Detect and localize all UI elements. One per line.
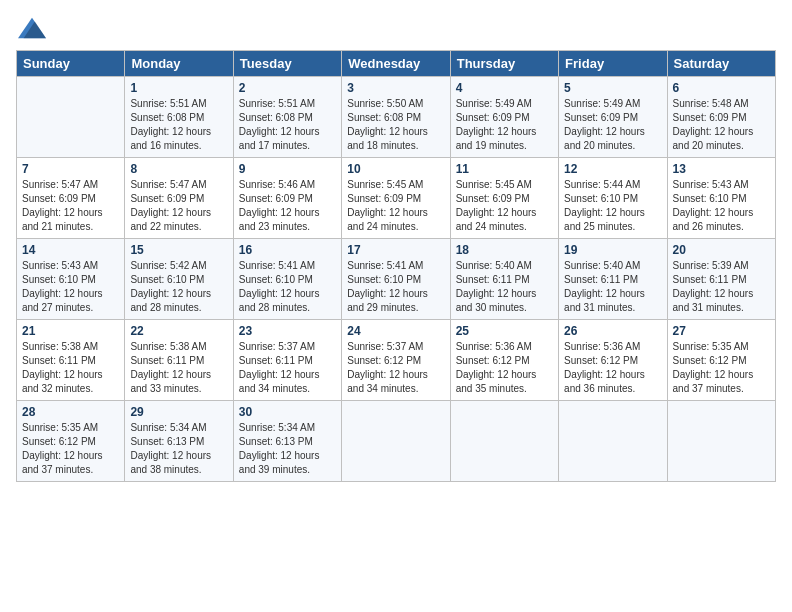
calendar-cell: 27Sunrise: 5:35 AMSunset: 6:12 PMDayligh… xyxy=(667,320,775,401)
calendar-cell: 19Sunrise: 5:40 AMSunset: 6:11 PMDayligh… xyxy=(559,239,667,320)
day-number: 22 xyxy=(130,324,227,338)
day-info: Sunrise: 5:43 AMSunset: 6:10 PMDaylight:… xyxy=(22,259,119,315)
calendar-cell xyxy=(559,401,667,482)
day-number: 11 xyxy=(456,162,553,176)
calendar-week-row: 28Sunrise: 5:35 AMSunset: 6:12 PMDayligh… xyxy=(17,401,776,482)
day-info: Sunrise: 5:45 AMSunset: 6:09 PMDaylight:… xyxy=(347,178,444,234)
weekday-header-tuesday: Tuesday xyxy=(233,51,341,77)
weekday-header-saturday: Saturday xyxy=(667,51,775,77)
calendar-cell: 29Sunrise: 5:34 AMSunset: 6:13 PMDayligh… xyxy=(125,401,233,482)
day-info: Sunrise: 5:47 AMSunset: 6:09 PMDaylight:… xyxy=(130,178,227,234)
day-info: Sunrise: 5:36 AMSunset: 6:12 PMDaylight:… xyxy=(456,340,553,396)
day-info: Sunrise: 5:46 AMSunset: 6:09 PMDaylight:… xyxy=(239,178,336,234)
day-number: 7 xyxy=(22,162,119,176)
calendar-week-row: 1Sunrise: 5:51 AMSunset: 6:08 PMDaylight… xyxy=(17,77,776,158)
day-info: Sunrise: 5:38 AMSunset: 6:11 PMDaylight:… xyxy=(22,340,119,396)
day-number: 15 xyxy=(130,243,227,257)
calendar-cell: 2Sunrise: 5:51 AMSunset: 6:08 PMDaylight… xyxy=(233,77,341,158)
calendar-cell: 21Sunrise: 5:38 AMSunset: 6:11 PMDayligh… xyxy=(17,320,125,401)
day-info: Sunrise: 5:44 AMSunset: 6:10 PMDaylight:… xyxy=(564,178,661,234)
day-number: 29 xyxy=(130,405,227,419)
day-info: Sunrise: 5:36 AMSunset: 6:12 PMDaylight:… xyxy=(564,340,661,396)
day-info: Sunrise: 5:51 AMSunset: 6:08 PMDaylight:… xyxy=(130,97,227,153)
day-info: Sunrise: 5:49 AMSunset: 6:09 PMDaylight:… xyxy=(456,97,553,153)
day-number: 26 xyxy=(564,324,661,338)
calendar-cell: 8Sunrise: 5:47 AMSunset: 6:09 PMDaylight… xyxy=(125,158,233,239)
calendar-cell: 22Sunrise: 5:38 AMSunset: 6:11 PMDayligh… xyxy=(125,320,233,401)
weekday-header-thursday: Thursday xyxy=(450,51,558,77)
day-number: 25 xyxy=(456,324,553,338)
weekday-header-monday: Monday xyxy=(125,51,233,77)
calendar-cell: 14Sunrise: 5:43 AMSunset: 6:10 PMDayligh… xyxy=(17,239,125,320)
calendar-cell: 1Sunrise: 5:51 AMSunset: 6:08 PMDaylight… xyxy=(125,77,233,158)
day-number: 6 xyxy=(673,81,770,95)
calendar-table: SundayMondayTuesdayWednesdayThursdayFrid… xyxy=(16,50,776,482)
calendar-cell xyxy=(342,401,450,482)
day-info: Sunrise: 5:38 AMSunset: 6:11 PMDaylight:… xyxy=(130,340,227,396)
weekday-header-wednesday: Wednesday xyxy=(342,51,450,77)
day-info: Sunrise: 5:34 AMSunset: 6:13 PMDaylight:… xyxy=(239,421,336,477)
day-number: 5 xyxy=(564,81,661,95)
day-number: 4 xyxy=(456,81,553,95)
day-number: 9 xyxy=(239,162,336,176)
day-info: Sunrise: 5:49 AMSunset: 6:09 PMDaylight:… xyxy=(564,97,661,153)
day-info: Sunrise: 5:37 AMSunset: 6:11 PMDaylight:… xyxy=(239,340,336,396)
day-info: Sunrise: 5:35 AMSunset: 6:12 PMDaylight:… xyxy=(22,421,119,477)
day-info: Sunrise: 5:43 AMSunset: 6:10 PMDaylight:… xyxy=(673,178,770,234)
weekday-header-friday: Friday xyxy=(559,51,667,77)
day-number: 16 xyxy=(239,243,336,257)
calendar-cell: 17Sunrise: 5:41 AMSunset: 6:10 PMDayligh… xyxy=(342,239,450,320)
calendar-cell: 10Sunrise: 5:45 AMSunset: 6:09 PMDayligh… xyxy=(342,158,450,239)
calendar-cell: 5Sunrise: 5:49 AMSunset: 6:09 PMDaylight… xyxy=(559,77,667,158)
day-info: Sunrise: 5:42 AMSunset: 6:10 PMDaylight:… xyxy=(130,259,227,315)
calendar-cell: 20Sunrise: 5:39 AMSunset: 6:11 PMDayligh… xyxy=(667,239,775,320)
day-number: 14 xyxy=(22,243,119,257)
day-info: Sunrise: 5:40 AMSunset: 6:11 PMDaylight:… xyxy=(456,259,553,315)
calendar-cell xyxy=(667,401,775,482)
calendar-cell: 13Sunrise: 5:43 AMSunset: 6:10 PMDayligh… xyxy=(667,158,775,239)
calendar-cell: 11Sunrise: 5:45 AMSunset: 6:09 PMDayligh… xyxy=(450,158,558,239)
day-number: 21 xyxy=(22,324,119,338)
day-number: 24 xyxy=(347,324,444,338)
calendar-cell: 7Sunrise: 5:47 AMSunset: 6:09 PMDaylight… xyxy=(17,158,125,239)
day-info: Sunrise: 5:39 AMSunset: 6:11 PMDaylight:… xyxy=(673,259,770,315)
day-number: 10 xyxy=(347,162,444,176)
day-number: 27 xyxy=(673,324,770,338)
day-info: Sunrise: 5:51 AMSunset: 6:08 PMDaylight:… xyxy=(239,97,336,153)
calendar-week-row: 7Sunrise: 5:47 AMSunset: 6:09 PMDaylight… xyxy=(17,158,776,239)
calendar-cell xyxy=(450,401,558,482)
day-number: 20 xyxy=(673,243,770,257)
calendar-cell: 6Sunrise: 5:48 AMSunset: 6:09 PMDaylight… xyxy=(667,77,775,158)
logo-text xyxy=(16,14,46,42)
calendar-cell xyxy=(17,77,125,158)
calendar-cell: 16Sunrise: 5:41 AMSunset: 6:10 PMDayligh… xyxy=(233,239,341,320)
day-number: 3 xyxy=(347,81,444,95)
day-number: 8 xyxy=(130,162,227,176)
day-number: 13 xyxy=(673,162,770,176)
day-number: 2 xyxy=(239,81,336,95)
calendar-cell: 24Sunrise: 5:37 AMSunset: 6:12 PMDayligh… xyxy=(342,320,450,401)
page-header xyxy=(16,10,776,42)
day-info: Sunrise: 5:34 AMSunset: 6:13 PMDaylight:… xyxy=(130,421,227,477)
calendar-cell: 15Sunrise: 5:42 AMSunset: 6:10 PMDayligh… xyxy=(125,239,233,320)
calendar-cell: 18Sunrise: 5:40 AMSunset: 6:11 PMDayligh… xyxy=(450,239,558,320)
day-info: Sunrise: 5:37 AMSunset: 6:12 PMDaylight:… xyxy=(347,340,444,396)
day-info: Sunrise: 5:47 AMSunset: 6:09 PMDaylight:… xyxy=(22,178,119,234)
day-info: Sunrise: 5:41 AMSunset: 6:10 PMDaylight:… xyxy=(239,259,336,315)
day-number: 28 xyxy=(22,405,119,419)
calendar-cell: 12Sunrise: 5:44 AMSunset: 6:10 PMDayligh… xyxy=(559,158,667,239)
calendar-cell: 30Sunrise: 5:34 AMSunset: 6:13 PMDayligh… xyxy=(233,401,341,482)
day-number: 30 xyxy=(239,405,336,419)
day-number: 12 xyxy=(564,162,661,176)
calendar-cell: 25Sunrise: 5:36 AMSunset: 6:12 PMDayligh… xyxy=(450,320,558,401)
day-number: 1 xyxy=(130,81,227,95)
day-info: Sunrise: 5:41 AMSunset: 6:10 PMDaylight:… xyxy=(347,259,444,315)
calendar-cell: 4Sunrise: 5:49 AMSunset: 6:09 PMDaylight… xyxy=(450,77,558,158)
day-number: 23 xyxy=(239,324,336,338)
weekday-header-sunday: Sunday xyxy=(17,51,125,77)
day-info: Sunrise: 5:45 AMSunset: 6:09 PMDaylight:… xyxy=(456,178,553,234)
day-number: 17 xyxy=(347,243,444,257)
calendar-cell: 23Sunrise: 5:37 AMSunset: 6:11 PMDayligh… xyxy=(233,320,341,401)
calendar-cell: 26Sunrise: 5:36 AMSunset: 6:12 PMDayligh… xyxy=(559,320,667,401)
day-number: 18 xyxy=(456,243,553,257)
